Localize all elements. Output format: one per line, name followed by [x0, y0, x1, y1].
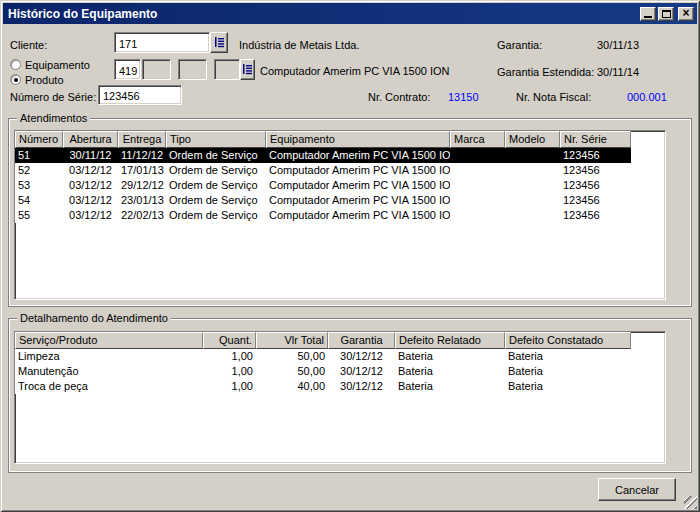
radio-produto-icon: [10, 74, 21, 85]
produto-extra-field-2: [178, 59, 207, 80]
table-cell: Bateria: [505, 364, 631, 379]
table-cell: [505, 193, 560, 208]
table-cell: 1,00: [203, 379, 256, 394]
table-cell: Ordem de Serviço: [166, 178, 266, 193]
atendimentos-header-row: NúmeroAberturaEntregaTipoEquipamentoMarc…: [15, 131, 631, 148]
table-cell: 17/01/13: [118, 163, 166, 178]
atendimentos-title: Atendimentos: [17, 112, 90, 125]
table-cell: Manutenção: [15, 364, 203, 379]
cliente-name-label: Indústria de Metais Ltda.: [239, 39, 359, 52]
table-row[interactable]: 5303/12/1229/12/12Ordem de ServiçoComput…: [15, 178, 631, 193]
table-cell: Limpeza: [15, 349, 203, 364]
table-cell: 52: [15, 163, 63, 178]
column-header: Abertura: [63, 131, 118, 148]
table-row[interactable]: Troca de peça1,0040,0030/12/12BateriaBat…: [15, 379, 631, 394]
lookup-icon: [214, 37, 225, 48]
garantia-estendida-label: Garantia Estendida:: [497, 66, 594, 79]
produto-extra-field-3: [214, 59, 240, 80]
table-row[interactable]: 5503/12/1222/02/13Ordem de ServiçoComput…: [15, 208, 631, 223]
table-row[interactable]: 5203/12/1217/01/13Ordem de ServiçoComput…: [15, 163, 631, 178]
table-cell: Bateria: [395, 349, 505, 364]
column-header: Marca: [450, 131, 505, 148]
table-cell: 40,00: [256, 379, 328, 394]
column-header: Serviço/Produto: [15, 332, 203, 349]
table-cell: 29/12/12: [118, 178, 166, 193]
table-cell: Computador Amerim PC VIA 1500 ION: [266, 178, 450, 193]
radio-produto[interactable]: Produto: [10, 73, 64, 86]
column-header: Defeito Constatado: [505, 332, 631, 349]
table-cell: 30/11/12: [63, 148, 118, 163]
table-row[interactable]: 5130/11/1211/12/12Ordem de ServiçoComput…: [15, 148, 631, 163]
table-row[interactable]: 5403/12/1223/01/13Ordem de ServiçoComput…: [15, 193, 631, 208]
cancel-button[interactable]: Cancelar: [598, 478, 676, 501]
table-cell: 55: [15, 208, 63, 223]
table-cell: 03/12/12: [63, 208, 118, 223]
table-cell: Ordem de Serviço: [166, 163, 266, 178]
table-cell: 51: [15, 148, 63, 163]
garantia-value: 30/11/13: [597, 39, 639, 52]
table-cell: [505, 208, 560, 223]
column-header: Defeito Relatado: [395, 332, 505, 349]
table-cell: 50,00: [256, 364, 328, 379]
table-row[interactable]: Manutenção1,0050,0030/12/12BateriaBateri…: [15, 364, 631, 379]
table-cell: [505, 163, 560, 178]
close-button[interactable]: ×: [678, 7, 694, 21]
atendimentos-grid: NúmeroAberturaEntregaTipoEquipamentoMarc…: [14, 130, 666, 300]
cliente-label: Cliente:: [10, 39, 47, 52]
table-cell: 22/02/13: [118, 208, 166, 223]
lookup-icon: [242, 64, 253, 75]
numero-serie-input[interactable]: [98, 85, 182, 105]
produto-name-label: Computador Amerim PC VIA 1500 ION: [260, 65, 450, 78]
table-cell: [505, 178, 560, 193]
minimize-button[interactable]: [640, 7, 656, 21]
radio-equipamento[interactable]: Equipamento: [10, 58, 90, 71]
table-cell: 11/12/12: [118, 148, 166, 163]
table-cell: Computador Amerim PC VIA 1500 ION: [266, 163, 450, 178]
cliente-code-input[interactable]: [114, 32, 210, 53]
table-cell: [505, 148, 560, 163]
table-cell: 30/12/12: [328, 364, 395, 379]
table-cell: 53: [15, 178, 63, 193]
title-bar[interactable]: Histórico do Equipamento ×: [3, 3, 697, 24]
table-cell: Computador Amerim PC VIA 1500 ION: [266, 208, 450, 223]
maximize-icon: [662, 10, 671, 18]
table-cell: 23/01/13: [118, 193, 166, 208]
table-cell: 03/12/12: [63, 193, 118, 208]
cliente-field-group: [114, 32, 228, 53]
produto-code-input[interactable]: [114, 59, 141, 80]
radio-produto-label: Produto: [25, 74, 64, 86]
table-cell: 03/12/12: [63, 178, 118, 193]
column-header: Garantia: [328, 332, 395, 349]
dialog-window: Histórico do Equipamento × Cliente: Indú…: [0, 0, 700, 512]
table-row[interactable]: Limpeza1,0050,0030/12/12BateriaBateria: [15, 349, 631, 364]
table-cell: [450, 163, 505, 178]
table-cell: 123456: [560, 208, 631, 223]
column-header: Equipamento: [266, 131, 450, 148]
table-cell: Bateria: [395, 379, 505, 394]
resize-grip[interactable]: [684, 496, 697, 509]
produto-extra-field-3-group: [214, 59, 255, 80]
table-cell: 50,00: [256, 349, 328, 364]
produto-lookup-button[interactable]: [240, 59, 255, 80]
table-cell: 123456: [560, 178, 631, 193]
column-header: Vlr Total: [256, 332, 328, 349]
nr-contrato-label: Nr. Contrato:: [368, 91, 430, 104]
window-title: Histórico do Equipamento: [8, 7, 640, 21]
nr-nota-fiscal-label: Nr. Nota Fiscal:: [516, 91, 591, 104]
table-cell: 123456: [560, 163, 631, 178]
column-header: Quant.: [203, 332, 256, 349]
detalhamento-grid: Serviço/ProdutoQuant.Vlr TotalGarantiaDe…: [14, 331, 666, 464]
titlebar-buttons: ×: [640, 7, 694, 21]
nr-contrato-value: 13150: [448, 91, 479, 104]
table-cell: [450, 178, 505, 193]
table-cell: 1,00: [203, 364, 256, 379]
table-cell: Computador Amerim PC VIA 1500 ION: [266, 193, 450, 208]
cliente-lookup-button[interactable]: [210, 32, 228, 53]
maximize-button[interactable]: [658, 7, 674, 21]
table-cell: [450, 208, 505, 223]
table-cell: 123456: [560, 148, 631, 163]
detalhamento-header-row: Serviço/ProdutoQuant.Vlr TotalGarantiaDe…: [15, 332, 631, 349]
table-cell: 30/12/12: [328, 379, 395, 394]
numero-serie-label: Número de Série:: [10, 91, 96, 104]
column-header: Número: [15, 131, 63, 148]
